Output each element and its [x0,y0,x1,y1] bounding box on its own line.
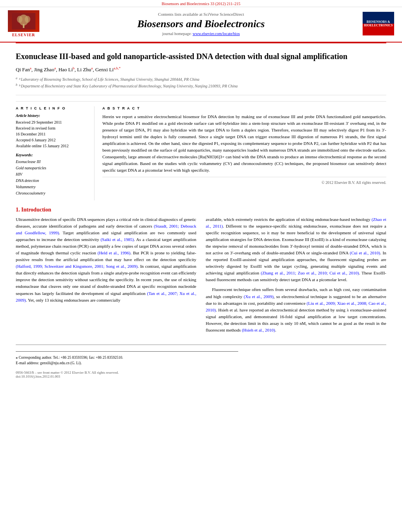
affiliations: a ᵃ Laboratory of Biosensing Technology,… [16,76,386,89]
bottom-bar: 0956-5663/$ – see front matter © 2012 El… [16,371,386,378]
journal-title-area: Contents lists available at SciVerse Sci… [39,12,363,36]
journal-header: Biosensors and Bioelectronics 33 (2012) … [0,0,402,43]
intro-col2: available, which extremely restricts the… [206,216,387,337]
footnote-corresponding: ⁎ Corresponding author. Tel.: +86 25 835… [16,355,386,360]
intro-col2-p2: Fluorescent technique often suffers from… [206,286,387,333]
intro-heading: 1. Introduction [16,207,386,213]
article-info-col: A R T I C L E I N F O Article history: R… [16,106,94,200]
journal-title: Biosensors and Bioelectronics [39,18,363,30]
body-two-col: Ultrasensitive detection of specific DNA… [16,216,386,337]
keyword-2: Gold nanoparticles [16,165,88,171]
abstract-col: A B S T R A C T Herein we report a sensi… [102,106,386,200]
article-info-label: A R T I C L E I N F O [16,106,88,110]
revised-date: 16 December 2011 [16,131,88,137]
keyword-6: Chronocoulometry [16,190,88,196]
sciverse-text: Contents lists available at SciVerse Sci… [39,12,363,17]
svg-rect-2 [23,24,24,28]
issn-line: 0956-5663/$ – see front matter © 2012 El… [16,371,386,374]
affiliation-b: b ᵇ Department of Biochemistry and State… [16,83,386,89]
journal-banner: ELSEVIER Contents lists available at Sci… [0,7,402,40]
article-history: Article history: Received 29 September 2… [16,113,88,149]
keyword-5: Voltammetry [16,184,88,190]
received-date: Received 29 September 2011 [16,119,88,125]
copyright-line: © 2012 Elsevier B.V. All rights reserved… [102,177,386,185]
svg-point-4 [25,16,30,23]
article-title: Exonuclease III-based and gold nanoparti… [16,51,386,61]
keyword-3: HIV [16,171,88,178]
doi-line: doi:10.1016/j.bios.2012.01.003 [16,374,386,378]
article-title-section: Exonuclease III-based and gold nanoparti… [16,43,386,95]
keywords-group: Keywords: Exonuclease III Gold nanoparti… [16,153,88,196]
elsevier-logo-box [8,10,39,32]
abstract-text: Herein we report a sensitive electrochem… [102,113,386,174]
journal-homepage: journal homepage: www.elsevier.com/locat… [39,32,363,36]
page-wrapper: Exonuclease III-based and gold nanoparti… [0,43,402,394]
revised-label: Received in revised form [16,125,88,131]
journal-ref-bar: Biosensors and Bioelectronics 33 (2012) … [0,0,402,7]
journal-ref: Biosensors and Bioelectronics 33 (2012) … [162,2,241,6]
article-info-abstract: A R T I C L E I N F O Article history: R… [16,101,386,200]
intro-col2-p1: available, which extremely restricts the… [206,216,387,283]
keywords-list: Exonuclease III Gold nanoparticles HIV D… [16,159,88,196]
keyword-1: Exonuclease III [16,159,88,165]
footnote-email: E-mail address: genxili@nju.edu.cn (G. L… [16,360,386,366]
affiliation-a: a ᵃ Laboratory of Biosensing Technology,… [16,76,386,82]
abstract-label: A B S T R A C T [102,106,386,110]
elsevier-label: ELSEVIER [12,33,35,37]
accepted-date: Accepted 6 January 2012 [16,137,88,143]
keyword-4: DNA detection [16,178,88,184]
intro-col1-p1: Ultrasensitive detection of specific DNA… [16,216,196,304]
intro-section: 1. Introduction Ultrasensitive detection… [16,207,386,337]
footnote-divider [16,351,238,352]
history-label: Article history: [16,113,88,118]
keywords-label: Keywords: [16,153,88,157]
available-date: Available online 15 January 2012 [16,143,88,149]
authors: Qi Fana, Jing Zhaoa, Hao Lib, Li Zhua, G… [16,66,386,73]
intro-col1: Ultrasensitive detection of specific DNA… [16,216,196,337]
elsevier-logo: ELSEVIER [8,10,39,37]
right-logo: BIOSENSORS & BIOELECTRONICS [363,12,394,35]
footnote-area: ⁎ Corresponding author. Tel.: +86 25 835… [16,345,386,379]
homepage-link[interactable]: www.elsevier.com/locate/bios [193,32,240,36]
svg-point-3 [17,16,22,23]
